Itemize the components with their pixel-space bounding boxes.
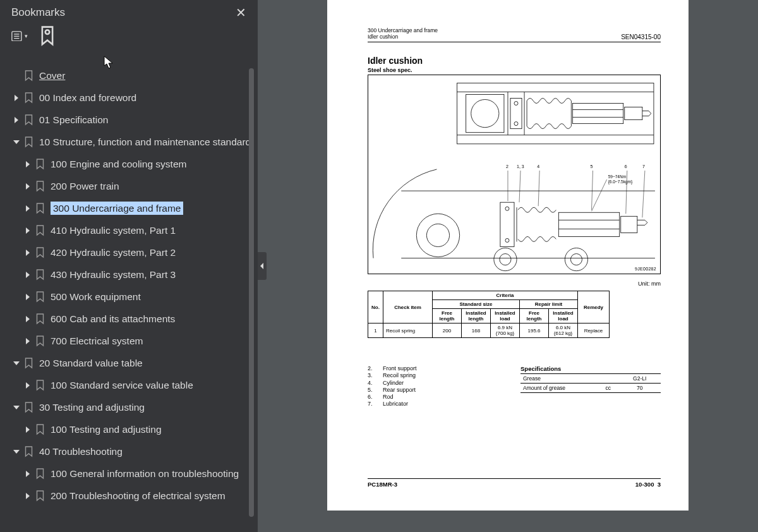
svg-rect-19 [466, 94, 504, 132]
bookmark-node[interactable]: 100 General information on troubleshooti… [0, 462, 258, 485]
svg-point-36 [570, 254, 582, 265]
svg-point-32 [426, 224, 449, 246]
specifications-box: Specifications GreaseG2-LIAmount of grea… [520, 365, 661, 408]
expand-arrow-icon[interactable] [11, 449, 21, 455]
page-title: Idler cushion [368, 56, 423, 66]
bookmark-icon [21, 92, 35, 104]
expand-arrow-icon[interactable] [23, 183, 33, 190]
footer-page: 10-300 3 [635, 481, 661, 488]
technical-drawing: 21, 3 45 67 59~74Nm {6.0~7.5kgm} 9JE0028… [368, 75, 661, 274]
bookmark-label: 00 Index and foreword [39, 92, 136, 104]
svg-point-4 [45, 30, 50, 34]
svg-point-35 [565, 248, 587, 271]
bookmark-node[interactable]: 500 Work equipment [0, 286, 258, 308]
bookmark-label: 100 Testing and adjusting [51, 423, 162, 435]
bookmark-node[interactable]: 01 Specification [0, 109, 258, 131]
parts-list-item: 6.Rod [368, 394, 417, 401]
header-subsection: Idler cushion [368, 34, 438, 40]
expand-arrow-icon[interactable] [23, 294, 33, 300]
scrollbar-thumb[interactable] [249, 68, 254, 517]
bookmarks-title: Bookmarks [11, 6, 65, 19]
svg-point-31 [416, 214, 459, 257]
svg-rect-18 [625, 107, 642, 120]
bookmark-node[interactable]: 40 Troubleshooting [0, 440, 258, 462]
bookmark-node[interactable]: 100 Engine and cooling system [0, 153, 258, 175]
outline-options-icon[interactable]: ▾ [11, 29, 28, 43]
bookmark-icon [33, 336, 47, 347]
svg-point-25 [505, 238, 509, 242]
bookmark-node[interactable]: 30 Testing and adjusting [0, 396, 258, 418]
svg-point-11 [514, 102, 518, 106]
svg-text:4: 4 [537, 164, 539, 169]
pdf-page: 300 Undercarriage and frame Idler cushio… [327, 0, 689, 511]
svg-text:1, 3: 1, 3 [517, 164, 524, 169]
bookmark-icon [33, 247, 47, 258]
expand-arrow-icon[interactable] [11, 139, 21, 145]
expand-arrow-icon[interactable] [23, 426, 33, 433]
svg-rect-23 [500, 202, 514, 246]
bookmark-icon [33, 424, 47, 435]
svg-point-24 [505, 207, 509, 210]
expand-arrow-icon[interactable] [23, 338, 33, 344]
expand-arrow-icon[interactable] [23, 161, 33, 167]
bookmark-label: 500 Work equipment [51, 291, 141, 303]
svg-point-33 [494, 248, 517, 271]
bookmark-node[interactable]: 00 Index and foreword [0, 87, 258, 109]
expand-arrow-icon[interactable] [11, 360, 21, 366]
bookmark-node[interactable]: 300 Undercarriage and frame [0, 197, 258, 219]
close-icon[interactable]: ✕ [236, 5, 246, 20]
expand-arrow-icon[interactable] [23, 493, 33, 499]
bookmark-node[interactable]: 410 Hydraulic system, Part 1 [0, 219, 258, 241]
bookmark-icon [33, 490, 47, 502]
bookmark-label: 600 Cab and its attachments [51, 313, 175, 325]
bookmark-label: 100 Engine and cooling system [51, 158, 186, 170]
expand-arrow-icon[interactable] [11, 117, 21, 123]
bookmark-icon [21, 446, 35, 457]
bookmark-ribbon-icon[interactable] [39, 29, 56, 43]
svg-line-39 [538, 171, 539, 206]
bookmark-icon [33, 225, 47, 236]
expand-arrow-icon[interactable] [23, 272, 33, 278]
bookmark-icon [33, 203, 47, 214]
expand-arrow-icon[interactable] [11, 404, 21, 411]
expand-arrow-icon[interactable] [23, 316, 33, 322]
expand-arrow-icon[interactable] [23, 382, 33, 389]
expand-arrow-icon[interactable] [23, 250, 33, 256]
svg-point-20 [471, 99, 499, 127]
expand-arrow-icon[interactable] [11, 95, 21, 101]
page-footer: PC18MR-3 10-300 3 [368, 478, 661, 488]
bookmark-node[interactable]: 20 Standard value table [0, 352, 258, 374]
bookmark-node[interactable]: 430 Hydraulic system, Part 3 [0, 263, 258, 286]
lower-content: 2.Front support3.Recoil spring4.Cylinder… [368, 365, 661, 408]
svg-text:7: 7 [642, 164, 645, 169]
expand-arrow-icon[interactable] [23, 227, 33, 234]
bookmark-node[interactable]: 700 Electrical system [0, 330, 258, 352]
bookmark-icon [33, 380, 47, 391]
bookmarks-tree[interactable]: Cover00 Index and foreword01 Specificati… [0, 64, 258, 532]
bookmark-node[interactable]: Cover [0, 64, 258, 87]
bookmark-node[interactable]: 10 Structure, function and maintenance s… [0, 131, 258, 153]
bookmarks-toolbar: ▾ [0, 23, 258, 48]
bookmark-label: 700 Electrical system [51, 335, 143, 347]
bookmark-node[interactable]: 100 Testing and adjusting [0, 418, 258, 440]
bookmark-node[interactable]: 200 Troubleshooting of electrical system [0, 485, 258, 507]
parts-list-item: 3.Recoil spring [368, 372, 417, 379]
bookmark-node[interactable]: 100 Standard service value table [0, 374, 258, 396]
parts-list-item: 7.Lubricator [368, 401, 417, 408]
expand-arrow-icon[interactable] [23, 205, 33, 212]
expand-arrow-icon[interactable] [23, 471, 33, 477]
bookmark-node[interactable]: 200 Power train [0, 175, 258, 197]
collapse-sidebar-button[interactable] [258, 252, 267, 280]
bookmark-node[interactable]: 600 Cab and its attachments [0, 308, 258, 330]
bookmark-label: 200 Troubleshooting of electrical system [51, 490, 226, 502]
spec-row: Amount of greasecc70 [520, 384, 661, 393]
bookmark-label: 200 Power train [51, 180, 119, 192]
figure-code: 9JE00282 [635, 267, 656, 271]
bookmark-node[interactable]: 420 Hydraulic system, Part 2 [0, 241, 258, 263]
spec-title: Specifications [520, 365, 661, 372]
svg-text:{6.0~7.5kgm}: {6.0~7.5kgm} [608, 179, 633, 184]
svg-text:5: 5 [591, 164, 593, 169]
bookmark-label: 100 General information on troubleshooti… [51, 468, 239, 480]
bookmark-icon [21, 402, 35, 413]
svg-text:59~74Nm: 59~74Nm [608, 174, 626, 179]
